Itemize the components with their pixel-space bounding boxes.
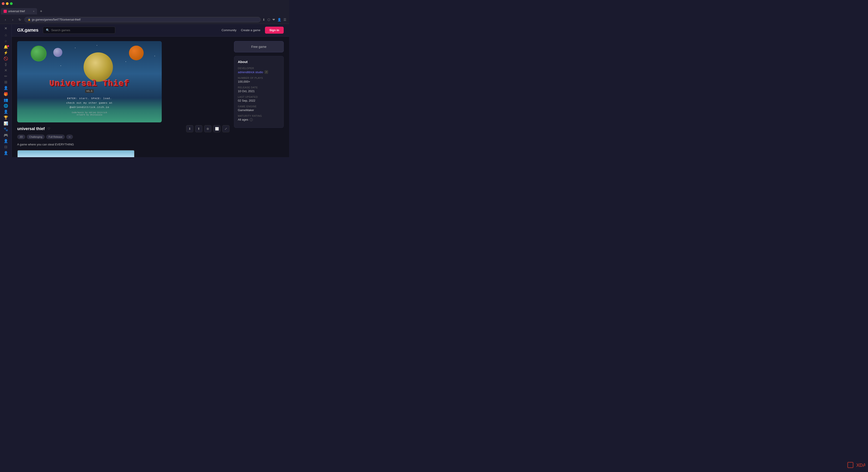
- browser-close-btn[interactable]: [2, 2, 4, 5]
- battle-scene: You 10/10 DOOR 3/3: [18, 150, 134, 157]
- new-tab-btn[interactable]: +: [38, 8, 44, 14]
- game-version: v1.1: [85, 89, 94, 93]
- sidebar-icon-globe[interactable]: 🌐: [2, 103, 10, 108]
- sidebar-icon-pen[interactable]: ✏: [2, 74, 10, 79]
- sidebar-icon-block[interactable]: 🚫: [2, 56, 10, 61]
- search-icon: 🔍: [46, 28, 50, 32]
- nav-refresh-btn[interactable]: ↻: [17, 17, 23, 22]
- sidebar-icon-table[interactable]: ⊟: [2, 145, 10, 150]
- planet-mars: [129, 45, 144, 60]
- sidebar-icon-group[interactable]: 👥: [2, 97, 10, 102]
- tab-close-btn[interactable]: ×: [33, 10, 34, 13]
- credits-line1: Code/music by Adrien Dittrick: [72, 112, 107, 114]
- nav-back-btn[interactable]: ‹: [3, 17, 8, 22]
- tag-full-release[interactable]: Full Release: [46, 135, 65, 139]
- notification-badge: [7, 45, 9, 47]
- site-header: GX.games 🔍 Community Create a game Sign …: [12, 24, 289, 37]
- maturity-text: All ages: [238, 118, 248, 121]
- community-link[interactable]: Community: [222, 28, 237, 32]
- sidebar-icon-search[interactable]: ⌕: [2, 38, 10, 43]
- engine-label: Game engine: [238, 105, 280, 108]
- sidebar-icon-trophy[interactable]: 🏆: [2, 115, 10, 120]
- tag-2d[interactable]: 2D: [17, 135, 25, 139]
- instruction-line3: @adriendittrick.itch.io: [66, 105, 113, 110]
- sidebar-icon-person4[interactable]: 👤: [2, 150, 10, 155]
- sidebar-icon-x[interactable]: ✕: [2, 68, 10, 73]
- browser-toolbar-actions: ⬇ ⬡ ❤ 👤 ☰: [262, 18, 286, 22]
- developer-label: Developer: [238, 67, 280, 69]
- browser-chrome: universal thief × + ‹ › ↻ 🔒 gx.games/gam…: [0, 0, 289, 24]
- sidebar-icon-gift[interactable]: 🎁: [2, 91, 10, 96]
- tag-challenging[interactable]: Challenging: [27, 135, 45, 139]
- game-instructions: ENTER: start. SPACE: load. check out my …: [66, 96, 113, 110]
- game-credits: Code/music by Adrien Dittrick Artwork by…: [72, 112, 107, 116]
- game-sidebar: Free game About Developer adriendittrick…: [234, 41, 284, 157]
- create-game-link[interactable]: Create a game: [241, 28, 260, 32]
- window-btn[interactable]: ⬜: [213, 125, 220, 132]
- planet-earth: [31, 45, 46, 61]
- browser-tabbar: universal thief × +: [0, 7, 289, 15]
- tag-more[interactable]: ••: [66, 135, 73, 139]
- download-btn[interactable]: ⬇: [186, 125, 193, 132]
- sidebar-icon-grid[interactable]: ⊞: [2, 80, 10, 85]
- download-icon[interactable]: ⬇: [262, 18, 265, 22]
- about-card: About Developer adriendittrick studio ↗ …: [234, 56, 284, 128]
- release-value: 10 Oct, 2021: [238, 89, 280, 93]
- about-developer-row: Developer adriendittrick studio ↗: [238, 67, 280, 74]
- sidebar-icon-person2[interactable]: 👤: [2, 109, 10, 114]
- engine-value: GameMaker: [238, 108, 280, 112]
- sidebar-icon-paw[interactable]: 🐾: [2, 127, 10, 132]
- favorites-icon[interactable]: ❤: [272, 18, 275, 22]
- sidebar-icon-person1[interactable]: 👤: [2, 86, 10, 91]
- app-container: ✕ ⌂ ⌕ 🔔 ⚡ 🚫 ₿ ✕ ✏ ⊞ 👤 🎁 👥 🌐 👤 🏆 📊 🐾 🎮 👤 …: [0, 24, 289, 157]
- instruction-line1: ENTER: start. SPACE: load.: [66, 96, 113, 101]
- browser-tab-active[interactable]: universal thief ×: [1, 8, 37, 14]
- sidebar-icon-game[interactable]: 🎮: [2, 133, 10, 138]
- maturity-info-icon[interactable]: i: [250, 118, 253, 121]
- browser-max-btn[interactable]: [10, 2, 13, 5]
- free-game-btn[interactable]: Free game: [234, 41, 284, 53]
- instruction-line2: check out my other games at: [66, 101, 113, 105]
- game-title-overlay: Universal Thief: [50, 79, 129, 88]
- about-maturity-row: Maturity rating All ages i: [238, 115, 280, 121]
- sidebar-icon-chart[interactable]: 📊: [2, 121, 10, 126]
- sidebar-icon-notifications[interactable]: 🔔: [2, 44, 10, 49]
- sidebar-close-btn[interactable]: ✕: [2, 26, 10, 31]
- sign-in-btn[interactable]: Sign in: [265, 27, 284, 34]
- sidebar-icon-home[interactable]: ⌂: [2, 33, 10, 37]
- extensions-icon[interactable]: ⬡: [268, 18, 270, 22]
- updated-value: 02 Sep, 2022: [238, 99, 280, 102]
- game-info-bar: universal thief ♡ ⬇ ⬆ ⊕ ⬜ ⤢: [17, 125, 229, 132]
- credits-line2: Artwork by Shinlalala: [72, 114, 107, 116]
- main-content: GX.games 🔍 Community Create a game Sign …: [12, 24, 289, 157]
- about-title: About: [238, 60, 280, 64]
- updated-label: Last updated: [238, 96, 280, 98]
- browser-min-btn[interactable]: [6, 2, 8, 5]
- battle-screenshot: You 10/10 DOOR 3/3 SLAM: [17, 150, 135, 157]
- favorite-icon[interactable]: ♡: [48, 127, 50, 130]
- address-bar[interactable]: 🔒 gx.games/games/5e4775/universal-thief/: [24, 17, 261, 22]
- about-plays-row: Number of plays 100,000+: [238, 76, 280, 83]
- game-tags: 2D Challenging Full Release ••: [17, 135, 229, 139]
- page-body: Universal Thief v1.1 ENTER: start. SPACE…: [12, 37, 289, 157]
- game-screenshot-bg: Universal Thief v1.1 ENTER: start. SPACE…: [17, 41, 162, 122]
- tab-favicon: [4, 10, 7, 13]
- fullscreen-btn[interactable]: ⤢: [222, 125, 229, 132]
- game-main: Universal Thief v1.1 ENTER: start. SPACE…: [17, 41, 229, 157]
- plays-value: 100,000+: [238, 80, 280, 83]
- sidebar-icon-wallet[interactable]: ₿: [2, 62, 10, 67]
- maturity-label: Maturity rating: [238, 115, 280, 117]
- menu-icon[interactable]: ☰: [283, 18, 286, 22]
- game-actions-bar: ⬇ ⬆ ⊕ ⬜ ⤢: [186, 125, 229, 132]
- sidebar-icon-energy[interactable]: ⚡: [2, 50, 10, 55]
- search-input[interactable]: [51, 28, 112, 32]
- developer-value: adriendittrick studio ↗: [238, 70, 280, 74]
- add-btn[interactable]: ⊕: [204, 125, 211, 132]
- profile-icon[interactable]: 👤: [277, 18, 281, 22]
- nav-forward-btn[interactable]: ›: [10, 17, 16, 22]
- developer-link[interactable]: adriendittrick studio: [238, 70, 263, 74]
- site-logo: GX.games: [17, 28, 38, 33]
- sidebar-icon-person3[interactable]: 👤: [2, 139, 10, 144]
- game-content-overlay: Universal Thief v1.1 ENTER: start. SPACE…: [50, 48, 129, 116]
- share-btn[interactable]: ⬆: [195, 125, 203, 132]
